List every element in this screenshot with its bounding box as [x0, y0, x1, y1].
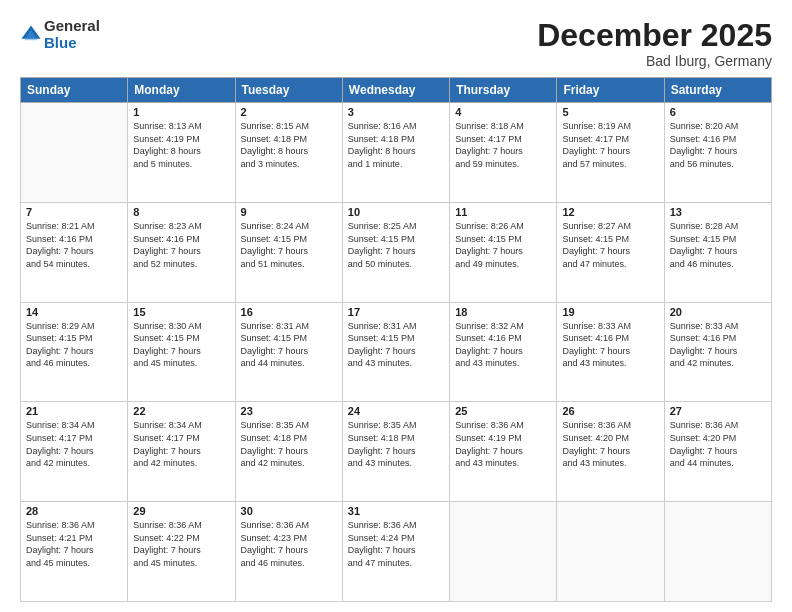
day-info: Sunrise: 8:30 AM Sunset: 4:15 PM Dayligh…: [133, 320, 229, 370]
day-number: 26: [562, 405, 658, 417]
day-number: 19: [562, 306, 658, 318]
day-number: 28: [26, 505, 122, 517]
day-info: Sunrise: 8:20 AM Sunset: 4:16 PM Dayligh…: [670, 120, 766, 170]
header-friday: Friday: [557, 78, 664, 103]
header-monday: Monday: [128, 78, 235, 103]
calendar-cell: 20Sunrise: 8:33 AM Sunset: 4:16 PM Dayli…: [664, 302, 771, 402]
day-number: 25: [455, 405, 551, 417]
day-info: Sunrise: 8:24 AM Sunset: 4:15 PM Dayligh…: [241, 220, 337, 270]
day-info: Sunrise: 8:23 AM Sunset: 4:16 PM Dayligh…: [133, 220, 229, 270]
day-info: Sunrise: 8:34 AM Sunset: 4:17 PM Dayligh…: [133, 419, 229, 469]
day-number: 5: [562, 106, 658, 118]
calendar-cell: 11Sunrise: 8:26 AM Sunset: 4:15 PM Dayli…: [450, 202, 557, 302]
day-info: Sunrise: 8:36 AM Sunset: 4:20 PM Dayligh…: [670, 419, 766, 469]
day-number: 7: [26, 206, 122, 218]
calendar-cell: 21Sunrise: 8:34 AM Sunset: 4:17 PM Dayli…: [21, 402, 128, 502]
day-number: 4: [455, 106, 551, 118]
day-number: 10: [348, 206, 444, 218]
logo-general: General: [44, 18, 100, 35]
calendar-cell: 9Sunrise: 8:24 AM Sunset: 4:15 PM Daylig…: [235, 202, 342, 302]
calendar-cell: 27Sunrise: 8:36 AM Sunset: 4:20 PM Dayli…: [664, 402, 771, 502]
day-number: 20: [670, 306, 766, 318]
day-number: 24: [348, 405, 444, 417]
calendar-cell: [557, 502, 664, 602]
calendar-cell: 28Sunrise: 8:36 AM Sunset: 4:21 PM Dayli…: [21, 502, 128, 602]
day-info: Sunrise: 8:36 AM Sunset: 4:24 PM Dayligh…: [348, 519, 444, 569]
calendar-cell: 4Sunrise: 8:18 AM Sunset: 4:17 PM Daylig…: [450, 103, 557, 203]
day-number: 16: [241, 306, 337, 318]
calendar-cell: 16Sunrise: 8:31 AM Sunset: 4:15 PM Dayli…: [235, 302, 342, 402]
calendar-week-1: 7Sunrise: 8:21 AM Sunset: 4:16 PM Daylig…: [21, 202, 772, 302]
calendar-week-3: 21Sunrise: 8:34 AM Sunset: 4:17 PM Dayli…: [21, 402, 772, 502]
day-info: Sunrise: 8:35 AM Sunset: 4:18 PM Dayligh…: [348, 419, 444, 469]
calendar-cell: 25Sunrise: 8:36 AM Sunset: 4:19 PM Dayli…: [450, 402, 557, 502]
day-number: 1: [133, 106, 229, 118]
day-number: 13: [670, 206, 766, 218]
logo-icon: [20, 24, 42, 46]
day-info: Sunrise: 8:34 AM Sunset: 4:17 PM Dayligh…: [26, 419, 122, 469]
day-number: 12: [562, 206, 658, 218]
day-info: Sunrise: 8:18 AM Sunset: 4:17 PM Dayligh…: [455, 120, 551, 170]
day-info: Sunrise: 8:33 AM Sunset: 4:16 PM Dayligh…: [562, 320, 658, 370]
day-number: 15: [133, 306, 229, 318]
day-number: 3: [348, 106, 444, 118]
day-number: 30: [241, 505, 337, 517]
day-info: Sunrise: 8:36 AM Sunset: 4:20 PM Dayligh…: [562, 419, 658, 469]
month-title: December 2025: [537, 18, 772, 53]
calendar-cell: 2Sunrise: 8:15 AM Sunset: 4:18 PM Daylig…: [235, 103, 342, 203]
day-info: Sunrise: 8:32 AM Sunset: 4:16 PM Dayligh…: [455, 320, 551, 370]
calendar-cell: [21, 103, 128, 203]
calendar-header-row: Sunday Monday Tuesday Wednesday Thursday…: [21, 78, 772, 103]
calendar-cell: 7Sunrise: 8:21 AM Sunset: 4:16 PM Daylig…: [21, 202, 128, 302]
day-info: Sunrise: 8:36 AM Sunset: 4:19 PM Dayligh…: [455, 419, 551, 469]
calendar-cell: 29Sunrise: 8:36 AM Sunset: 4:22 PM Dayli…: [128, 502, 235, 602]
calendar-cell: 13Sunrise: 8:28 AM Sunset: 4:15 PM Dayli…: [664, 202, 771, 302]
day-info: Sunrise: 8:21 AM Sunset: 4:16 PM Dayligh…: [26, 220, 122, 270]
calendar-week-4: 28Sunrise: 8:36 AM Sunset: 4:21 PM Dayli…: [21, 502, 772, 602]
calendar-cell: 18Sunrise: 8:32 AM Sunset: 4:16 PM Dayli…: [450, 302, 557, 402]
calendar-cell: 12Sunrise: 8:27 AM Sunset: 4:15 PM Dayli…: [557, 202, 664, 302]
day-info: Sunrise: 8:25 AM Sunset: 4:15 PM Dayligh…: [348, 220, 444, 270]
day-info: Sunrise: 8:27 AM Sunset: 4:15 PM Dayligh…: [562, 220, 658, 270]
day-info: Sunrise: 8:15 AM Sunset: 4:18 PM Dayligh…: [241, 120, 337, 170]
day-number: 8: [133, 206, 229, 218]
day-info: Sunrise: 8:31 AM Sunset: 4:15 PM Dayligh…: [348, 320, 444, 370]
calendar-cell: 26Sunrise: 8:36 AM Sunset: 4:20 PM Dayli…: [557, 402, 664, 502]
header-wednesday: Wednesday: [342, 78, 449, 103]
logo-blue: Blue: [44, 35, 100, 52]
header-saturday: Saturday: [664, 78, 771, 103]
calendar-cell: [450, 502, 557, 602]
day-number: 9: [241, 206, 337, 218]
day-info: Sunrise: 8:13 AM Sunset: 4:19 PM Dayligh…: [133, 120, 229, 170]
day-info: Sunrise: 8:16 AM Sunset: 4:18 PM Dayligh…: [348, 120, 444, 170]
calendar-cell: 8Sunrise: 8:23 AM Sunset: 4:16 PM Daylig…: [128, 202, 235, 302]
day-info: Sunrise: 8:29 AM Sunset: 4:15 PM Dayligh…: [26, 320, 122, 370]
day-number: 14: [26, 306, 122, 318]
calendar-week-2: 14Sunrise: 8:29 AM Sunset: 4:15 PM Dayli…: [21, 302, 772, 402]
header-thursday: Thursday: [450, 78, 557, 103]
title-block: December 2025 Bad Iburg, Germany: [537, 18, 772, 69]
day-info: Sunrise: 8:33 AM Sunset: 4:16 PM Dayligh…: [670, 320, 766, 370]
calendar-cell: 30Sunrise: 8:36 AM Sunset: 4:23 PM Dayli…: [235, 502, 342, 602]
day-info: Sunrise: 8:36 AM Sunset: 4:22 PM Dayligh…: [133, 519, 229, 569]
calendar-cell: 23Sunrise: 8:35 AM Sunset: 4:18 PM Dayli…: [235, 402, 342, 502]
calendar-cell: 24Sunrise: 8:35 AM Sunset: 4:18 PM Dayli…: [342, 402, 449, 502]
day-number: 27: [670, 405, 766, 417]
day-info: Sunrise: 8:26 AM Sunset: 4:15 PM Dayligh…: [455, 220, 551, 270]
day-info: Sunrise: 8:19 AM Sunset: 4:17 PM Dayligh…: [562, 120, 658, 170]
day-number: 29: [133, 505, 229, 517]
day-number: 11: [455, 206, 551, 218]
day-number: 18: [455, 306, 551, 318]
calendar-cell: 14Sunrise: 8:29 AM Sunset: 4:15 PM Dayli…: [21, 302, 128, 402]
calendar-cell: 31Sunrise: 8:36 AM Sunset: 4:24 PM Dayli…: [342, 502, 449, 602]
page: General Blue December 2025 Bad Iburg, Ge…: [0, 0, 792, 612]
calendar-week-0: 1Sunrise: 8:13 AM Sunset: 4:19 PM Daylig…: [21, 103, 772, 203]
calendar-cell: 5Sunrise: 8:19 AM Sunset: 4:17 PM Daylig…: [557, 103, 664, 203]
day-number: 17: [348, 306, 444, 318]
day-number: 21: [26, 405, 122, 417]
calendar-cell: [664, 502, 771, 602]
calendar-cell: 10Sunrise: 8:25 AM Sunset: 4:15 PM Dayli…: [342, 202, 449, 302]
calendar-cell: 6Sunrise: 8:20 AM Sunset: 4:16 PM Daylig…: [664, 103, 771, 203]
day-info: Sunrise: 8:35 AM Sunset: 4:18 PM Dayligh…: [241, 419, 337, 469]
day-info: Sunrise: 8:36 AM Sunset: 4:21 PM Dayligh…: [26, 519, 122, 569]
